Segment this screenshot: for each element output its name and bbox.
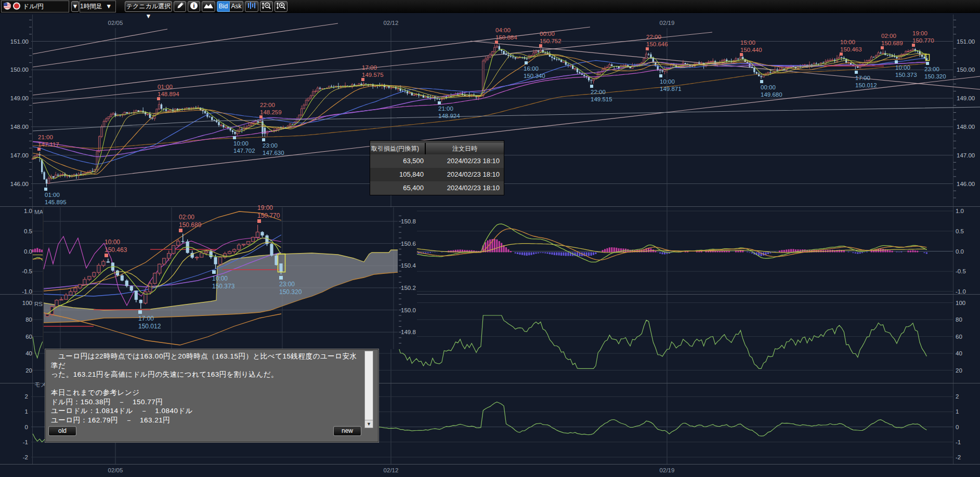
svg-text:-1: -1 bbox=[956, 439, 961, 445]
svg-text:20: 20 bbox=[25, 367, 32, 374]
svg-text:0: 0 bbox=[956, 424, 959, 430]
svg-text:150.463: 150.463 bbox=[104, 246, 127, 254]
svg-text:60: 60 bbox=[956, 334, 962, 340]
svg-text:150.770: 150.770 bbox=[257, 212, 280, 219]
svg-text:01:00: 01:00 bbox=[45, 192, 60, 198]
svg-text:150.320: 150.320 bbox=[924, 73, 946, 80]
svg-text:150.00: 150.00 bbox=[10, 67, 29, 73]
svg-text:149.680: 149.680 bbox=[761, 91, 782, 98]
svg-text:147.117: 147.117 bbox=[38, 141, 59, 148]
svg-text:10:00: 10:00 bbox=[895, 64, 910, 71]
svg-text:151.00: 151.00 bbox=[957, 38, 975, 45]
svg-text:150.4: 150.4 bbox=[401, 262, 416, 269]
svg-text:148.00: 148.00 bbox=[10, 124, 29, 130]
svg-text:i: i bbox=[193, 3, 194, 9]
svg-text:145.895: 145.895 bbox=[45, 199, 67, 205]
svg-text:0.5: 0.5 bbox=[956, 228, 964, 234]
svg-text:04:00: 04:00 bbox=[495, 27, 511, 33]
svg-text:150.463: 150.463 bbox=[840, 46, 862, 52]
svg-text:0.5: 0.5 bbox=[24, 228, 32, 234]
svg-text:0.0: 0.0 bbox=[24, 248, 32, 255]
svg-text:00:00: 00:00 bbox=[761, 84, 776, 90]
svg-text:147.00: 147.00 bbox=[957, 152, 975, 158]
svg-text:-1: -1 bbox=[23, 439, 28, 445]
svg-text:01:00: 01:00 bbox=[158, 84, 173, 90]
svg-text:149.8: 149.8 bbox=[401, 329, 416, 335]
svg-text:2: 2 bbox=[25, 393, 28, 400]
svg-text:150.440: 150.440 bbox=[740, 47, 762, 53]
svg-text:149.575: 149.575 bbox=[362, 72, 384, 78]
svg-text:19:00: 19:00 bbox=[912, 30, 927, 36]
svg-text:02/12: 02/12 bbox=[384, 467, 399, 473]
svg-text:146.00: 146.00 bbox=[957, 181, 975, 187]
svg-text:149.00: 149.00 bbox=[957, 95, 975, 101]
svg-text:40: 40 bbox=[25, 350, 32, 356]
svg-text:80: 80 bbox=[956, 316, 962, 323]
svg-text:19:00: 19:00 bbox=[257, 204, 273, 211]
svg-text:02/12: 02/12 bbox=[384, 20, 399, 26]
svg-text:23:00: 23:00 bbox=[924, 66, 939, 72]
svg-text:-1.0: -1.0 bbox=[22, 288, 32, 295]
svg-text:148.00: 148.00 bbox=[957, 124, 975, 130]
svg-text:1: 1 bbox=[25, 408, 28, 415]
svg-text:151.00: 151.00 bbox=[10, 38, 29, 45]
svg-text:02/19: 02/19 bbox=[660, 20, 675, 26]
svg-text:149.00: 149.00 bbox=[10, 95, 29, 101]
svg-text:17:00: 17:00 bbox=[855, 75, 870, 81]
svg-text:150.012: 150.012 bbox=[138, 323, 161, 330]
svg-text:150.00: 150.00 bbox=[957, 67, 975, 73]
svg-text:1.0: 1.0 bbox=[24, 208, 32, 214]
svg-text:150.689: 150.689 bbox=[881, 40, 903, 46]
svg-text:21:00: 21:00 bbox=[438, 105, 453, 112]
svg-text:1.0: 1.0 bbox=[956, 208, 964, 214]
svg-text:10:00: 10:00 bbox=[840, 39, 855, 45]
svg-text:150.340: 150.340 bbox=[524, 73, 545, 79]
svg-text:02/19: 02/19 bbox=[660, 467, 675, 473]
svg-text:150.0: 150.0 bbox=[401, 307, 416, 313]
svg-text:150.320: 150.320 bbox=[279, 288, 302, 296]
svg-text:20: 20 bbox=[956, 367, 962, 374]
svg-text:146.00: 146.00 bbox=[10, 181, 29, 187]
svg-text:-0.5: -0.5 bbox=[22, 268, 32, 274]
svg-text:10:00: 10:00 bbox=[212, 275, 228, 282]
svg-text:150.689: 150.689 bbox=[179, 221, 202, 229]
svg-text:-2: -2 bbox=[956, 454, 961, 460]
svg-text:150.8: 150.8 bbox=[401, 218, 416, 224]
svg-text:10:00: 10:00 bbox=[233, 140, 249, 147]
svg-text:147.702: 147.702 bbox=[233, 148, 255, 154]
svg-text:148.894: 148.894 bbox=[158, 91, 179, 97]
svg-text:150.6: 150.6 bbox=[401, 241, 416, 247]
svg-text:148.259: 148.259 bbox=[260, 109, 282, 115]
svg-text:148.924: 148.924 bbox=[438, 113, 460, 119]
svg-text:10:00: 10:00 bbox=[104, 239, 120, 246]
svg-text:150.2: 150.2 bbox=[401, 285, 416, 291]
svg-text:23:00: 23:00 bbox=[263, 142, 278, 149]
svg-text:15:00: 15:00 bbox=[740, 39, 755, 46]
svg-text:149.871: 149.871 bbox=[660, 86, 682, 92]
svg-text:60: 60 bbox=[25, 334, 32, 340]
svg-text:100: 100 bbox=[956, 300, 965, 306]
svg-text:10:00: 10:00 bbox=[660, 78, 675, 85]
svg-text:21:00: 21:00 bbox=[38, 134, 53, 140]
svg-text:02:00: 02:00 bbox=[179, 214, 194, 221]
svg-text:2: 2 bbox=[956, 393, 959, 400]
svg-text:-0.5: -0.5 bbox=[956, 268, 966, 274]
svg-text:17:00: 17:00 bbox=[138, 315, 154, 322]
svg-text:0: 0 bbox=[25, 424, 28, 430]
svg-text:150.884: 150.884 bbox=[495, 34, 517, 41]
svg-text:150.373: 150.373 bbox=[212, 283, 235, 290]
svg-text:17:00: 17:00 bbox=[362, 64, 377, 71]
svg-text:100: 100 bbox=[22, 300, 32, 306]
svg-text:02/05: 02/05 bbox=[108, 467, 123, 473]
svg-text:16:00: 16:00 bbox=[524, 65, 539, 72]
svg-text:02/05: 02/05 bbox=[108, 20, 123, 26]
svg-text:150.770: 150.770 bbox=[912, 37, 934, 44]
svg-text:-2: -2 bbox=[23, 454, 28, 460]
svg-text:147.00: 147.00 bbox=[10, 152, 29, 158]
svg-text:MA: MA bbox=[34, 209, 44, 215]
svg-text:150.752: 150.752 bbox=[540, 38, 561, 44]
svg-text:40: 40 bbox=[956, 350, 962, 356]
svg-text:02:00: 02:00 bbox=[881, 33, 896, 39]
svg-text:22:00: 22:00 bbox=[591, 89, 606, 95]
svg-text:00:00: 00:00 bbox=[540, 31, 555, 37]
